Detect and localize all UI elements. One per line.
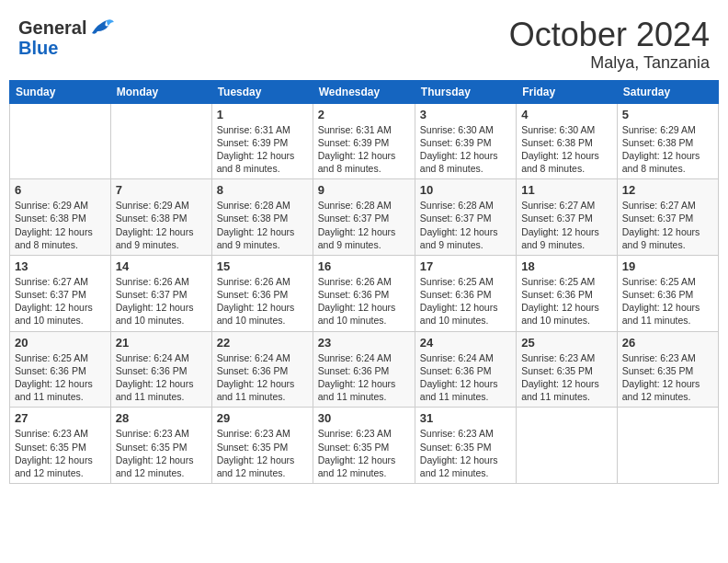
logo-bird-icon [88, 17, 114, 37]
logo-general: General [18, 18, 86, 37]
day-info: Sunrise: 6:23 AM Sunset: 6:35 PM Dayligh… [116, 427, 207, 479]
day-info: Sunrise: 6:29 AM Sunset: 6:38 PM Dayligh… [15, 199, 106, 251]
calendar-weekday-header: Sunday [10, 80, 111, 103]
calendar-day-cell: 31Sunrise: 6:23 AM Sunset: 6:35 PM Dayli… [415, 408, 516, 484]
day-number: 9 [318, 183, 410, 197]
day-info: Sunrise: 6:23 AM Sunset: 6:35 PM Dayligh… [622, 351, 713, 404]
day-number: 19 [622, 259, 713, 273]
day-info: Sunrise: 6:23 AM Sunset: 6:35 PM Dayligh… [15, 427, 106, 479]
day-number: 18 [521, 259, 612, 273]
day-number: 12 [622, 183, 713, 197]
day-number: 4 [521, 108, 612, 121]
calendar-day-cell: 24Sunrise: 6:24 AM Sunset: 6:36 PM Dayli… [415, 331, 516, 408]
calendar-day-cell: 16Sunrise: 6:26 AM Sunset: 6:36 PM Dayli… [313, 255, 415, 331]
day-info: Sunrise: 6:28 AM Sunset: 6:38 PM Dayligh… [217, 199, 308, 251]
calendar-day-cell: 13Sunrise: 6:27 AM Sunset: 6:37 PM Dayli… [10, 255, 111, 331]
day-number: 29 [217, 411, 308, 425]
calendar-day-cell: 18Sunrise: 6:25 AM Sunset: 6:36 PM Dayli… [517, 255, 618, 331]
calendar-day-cell [110, 103, 211, 179]
day-info: Sunrise: 6:28 AM Sunset: 6:37 PM Dayligh… [318, 199, 410, 251]
day-info: Sunrise: 6:26 AM Sunset: 6:36 PM Dayligh… [318, 275, 410, 327]
day-number: 20 [15, 336, 106, 350]
day-info: Sunrise: 6:23 AM Sunset: 6:35 PM Dayligh… [217, 427, 308, 479]
day-info: Sunrise: 6:30 AM Sunset: 6:38 PM Dayligh… [521, 123, 612, 176]
day-number: 3 [420, 108, 511, 121]
calendar-weekday-header: Wednesday [313, 80, 415, 103]
day-info: Sunrise: 6:23 AM Sunset: 6:35 PM Dayligh… [420, 427, 511, 479]
calendar-week-row: 13Sunrise: 6:27 AM Sunset: 6:37 PM Dayli… [10, 255, 719, 331]
calendar-day-cell: 23Sunrise: 6:24 AM Sunset: 6:36 PM Dayli… [313, 331, 415, 408]
calendar-weekday-header: Friday [517, 80, 618, 103]
day-number: 10 [420, 183, 511, 197]
calendar-day-cell: 21Sunrise: 6:24 AM Sunset: 6:36 PM Dayli… [110, 331, 211, 408]
day-info: Sunrise: 6:25 AM Sunset: 6:36 PM Dayligh… [420, 275, 511, 327]
day-info: Sunrise: 6:26 AM Sunset: 6:37 PM Dayligh… [116, 275, 207, 327]
day-number: 8 [217, 183, 308, 197]
day-info: Sunrise: 6:24 AM Sunset: 6:36 PM Dayligh… [318, 351, 410, 404]
location-title: Malya, Tanzania [509, 53, 710, 73]
calendar-day-cell: 3Sunrise: 6:30 AM Sunset: 6:39 PM Daylig… [415, 103, 516, 179]
day-info: Sunrise: 6:24 AM Sunset: 6:36 PM Dayligh… [420, 351, 511, 404]
calendar-week-row: 1Sunrise: 6:31 AM Sunset: 6:39 PM Daylig… [10, 103, 719, 179]
calendar-day-cell: 14Sunrise: 6:26 AM Sunset: 6:37 PM Dayli… [110, 255, 211, 331]
month-title: October 2024 [509, 17, 710, 53]
calendar-weekday-header: Tuesday [211, 80, 313, 103]
calendar-day-cell: 15Sunrise: 6:26 AM Sunset: 6:36 PM Dayli… [211, 255, 313, 331]
calendar-day-cell: 11Sunrise: 6:27 AM Sunset: 6:37 PM Dayli… [517, 179, 618, 256]
calendar-day-cell [517, 408, 618, 484]
title-block: October 2024 Malya, Tanzania [509, 17, 710, 73]
day-number: 6 [15, 183, 106, 197]
day-number: 11 [521, 183, 612, 197]
day-info: Sunrise: 6:24 AM Sunset: 6:36 PM Dayligh… [116, 351, 207, 404]
day-number: 30 [318, 411, 410, 425]
day-info: Sunrise: 6:23 AM Sunset: 6:35 PM Dayligh… [521, 351, 612, 404]
calendar-table: SundayMondayTuesdayWednesdayThursdayFrid… [9, 80, 719, 484]
day-number: 26 [622, 336, 713, 350]
day-number: 17 [420, 259, 511, 273]
calendar-day-cell: 27Sunrise: 6:23 AM Sunset: 6:35 PM Dayli… [10, 408, 111, 484]
day-number: 23 [318, 336, 410, 350]
page-header: General Blue October 2024 Malya, Tanzani… [9, 9, 719, 73]
day-info: Sunrise: 6:30 AM Sunset: 6:39 PM Dayligh… [420, 123, 511, 176]
logo-blue: Blue [18, 38, 58, 58]
day-number: 15 [217, 259, 308, 273]
day-info: Sunrise: 6:31 AM Sunset: 6:39 PM Dayligh… [318, 123, 410, 176]
calendar-day-cell: 28Sunrise: 6:23 AM Sunset: 6:35 PM Dayli… [110, 408, 211, 484]
calendar-day-cell: 20Sunrise: 6:25 AM Sunset: 6:36 PM Dayli… [10, 331, 111, 408]
day-number: 27 [15, 411, 106, 425]
day-number: 7 [116, 183, 207, 197]
day-number: 5 [622, 108, 713, 121]
calendar-day-cell: 30Sunrise: 6:23 AM Sunset: 6:35 PM Dayli… [313, 408, 415, 484]
logo: General Blue [18, 17, 114, 58]
calendar-weekday-header: Monday [110, 80, 211, 103]
calendar-day-cell: 10Sunrise: 6:28 AM Sunset: 6:37 PM Dayli… [415, 179, 516, 256]
calendar-day-cell: 6Sunrise: 6:29 AM Sunset: 6:38 PM Daylig… [10, 179, 111, 256]
calendar-week-row: 27Sunrise: 6:23 AM Sunset: 6:35 PM Dayli… [10, 408, 719, 484]
day-number: 24 [420, 336, 511, 350]
day-number: 16 [318, 259, 410, 273]
calendar-day-cell: 1Sunrise: 6:31 AM Sunset: 6:39 PM Daylig… [211, 103, 313, 179]
day-info: Sunrise: 6:25 AM Sunset: 6:36 PM Dayligh… [521, 275, 612, 327]
day-info: Sunrise: 6:24 AM Sunset: 6:36 PM Dayligh… [217, 351, 308, 404]
day-number: 28 [116, 411, 207, 425]
day-info: Sunrise: 6:27 AM Sunset: 6:37 PM Dayligh… [15, 275, 106, 327]
day-info: Sunrise: 6:31 AM Sunset: 6:39 PM Dayligh… [217, 123, 308, 176]
day-info: Sunrise: 6:25 AM Sunset: 6:36 PM Dayligh… [622, 275, 713, 327]
calendar-day-cell: 25Sunrise: 6:23 AM Sunset: 6:35 PM Dayli… [517, 331, 618, 408]
calendar-day-cell: 9Sunrise: 6:28 AM Sunset: 6:37 PM Daylig… [313, 179, 415, 256]
day-info: Sunrise: 6:27 AM Sunset: 6:37 PM Dayligh… [521, 199, 612, 251]
calendar-header-row: SundayMondayTuesdayWednesdayThursdayFrid… [10, 80, 719, 103]
calendar-day-cell: 17Sunrise: 6:25 AM Sunset: 6:36 PM Dayli… [415, 255, 516, 331]
day-number: 22 [217, 336, 308, 350]
calendar-weekday-header: Thursday [415, 80, 516, 103]
calendar-day-cell: 19Sunrise: 6:25 AM Sunset: 6:36 PM Dayli… [617, 255, 718, 331]
calendar-day-cell: 7Sunrise: 6:29 AM Sunset: 6:38 PM Daylig… [110, 179, 211, 256]
day-info: Sunrise: 6:25 AM Sunset: 6:36 PM Dayligh… [15, 351, 106, 404]
day-number: 1 [217, 108, 308, 121]
calendar-day-cell: 22Sunrise: 6:24 AM Sunset: 6:36 PM Dayli… [211, 331, 313, 408]
calendar-weekday-header: Saturday [617, 80, 718, 103]
calendar-day-cell: 8Sunrise: 6:28 AM Sunset: 6:38 PM Daylig… [211, 179, 313, 256]
calendar-day-cell: 5Sunrise: 6:29 AM Sunset: 6:38 PM Daylig… [617, 103, 718, 179]
calendar-day-cell: 29Sunrise: 6:23 AM Sunset: 6:35 PM Dayli… [211, 408, 313, 484]
calendar-week-row: 20Sunrise: 6:25 AM Sunset: 6:36 PM Dayli… [10, 331, 719, 408]
